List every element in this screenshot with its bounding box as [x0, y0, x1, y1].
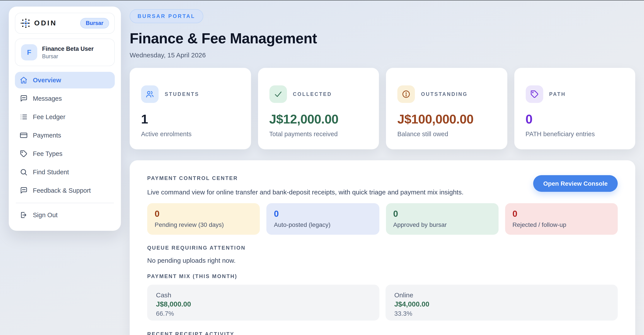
counter-label: Pending review (30 days)	[155, 221, 252, 228]
stat-label: PATH	[549, 91, 566, 97]
search-icon	[20, 168, 28, 176]
stat-cards: STUDENTS 1 Active enrolments COLLECTED J…	[130, 68, 635, 149]
sidebar: ODIN Bursar F Finance Beta User Bursar O…	[9, 6, 121, 231]
sidebar-item-label: Feedback & Support	[33, 187, 91, 194]
list-icon	[20, 113, 28, 121]
user-info: Finance Beta User Bursar	[42, 45, 94, 59]
logo-text: ODIN	[34, 19, 57, 27]
mix-percent: 33.3%	[394, 310, 609, 317]
counter-value: 0	[512, 209, 610, 219]
window-top-edge	[0, 0, 644, 0]
mix-method: Cash	[156, 291, 371, 299]
stat-card-collected: COLLECTED J$12,000.00 Total payments rec…	[258, 68, 379, 149]
sidebar-item-label: Messages	[33, 95, 62, 102]
sidebar-item-fee-ledger[interactable]: Fee Ledger	[15, 109, 115, 125]
sidebar-nav: Overview Messages Fee Ledger Payments Fe…	[15, 72, 115, 199]
counter-pending-review: 0 Pending review (30 days)	[147, 203, 260, 235]
counter-value: 0	[155, 209, 252, 219]
stat-label: STUDENTS	[165, 91, 199, 97]
counter-boxes: 0 Pending review (30 days) 0 Auto-posted…	[147, 203, 618, 235]
stat-label: COLLECTED	[293, 91, 332, 97]
payment-control-center-panel: PAYMENT CONTROL CENTER Live command view…	[130, 160, 635, 335]
logo-card: ODIN Bursar	[15, 13, 115, 34]
credit-card-icon	[20, 131, 28, 139]
stat-value: 1	[141, 112, 240, 127]
payment-mix-row: Cash J$8,000.00 66.7% Online J$4,000.00 …	[147, 285, 618, 321]
stat-label: OUTSTANDING	[421, 91, 468, 97]
stat-sub: Balance still owed	[397, 130, 496, 137]
sign-out-icon	[20, 211, 28, 219]
counter-rejected: 0 Rejected / follow-up	[505, 203, 618, 235]
tag-icon	[526, 85, 543, 103]
open-review-console-button[interactable]: Open Review Console	[533, 175, 618, 192]
user-card: F Finance Beta User Bursar	[15, 38, 115, 66]
sidebar-item-label: Fee Ledger	[33, 113, 65, 120]
main-content: BURSAR PORTAL Finance & Fee Management W…	[130, 0, 635, 335]
portal-badge: BURSAR PORTAL	[130, 9, 203, 23]
sidebar-item-messages[interactable]: Messages	[15, 90, 115, 107]
stat-value: J$100,000.00	[397, 112, 496, 127]
counter-label: Rejected / follow-up	[512, 221, 610, 228]
counter-label: Approved by bursar	[393, 221, 491, 228]
queue-section-title: QUEUE REQUIRING ATTENTION	[147, 245, 618, 251]
sidebar-item-find-student[interactable]: Find Student	[15, 164, 115, 180]
user-role: Bursar	[42, 53, 94, 59]
sidebar-item-fee-types[interactable]: Fee Types	[15, 145, 115, 162]
payment-mix-title: PAYMENT MIX (THIS MONTH)	[147, 273, 618, 279]
sidebar-item-overview[interactable]: Overview	[15, 72, 115, 88]
sidebar-item-payments[interactable]: Payments	[15, 127, 115, 144]
mix-amount: J$8,000.00	[156, 301, 371, 308]
stat-card-outstanding: OUTSTANDING J$100,000.00 Balance still o…	[386, 68, 507, 149]
page: ODIN Bursar F Finance Beta User Bursar O…	[0, 0, 644, 335]
sidebar-divider	[16, 203, 114, 203]
counter-approved: 0 Approved by bursar	[386, 203, 498, 235]
recent-receipt-activity-title: RECENT RECEIPT ACTIVITY	[147, 331, 618, 335]
panel-title: PAYMENT CONTROL CENTER	[147, 175, 464, 181]
chat-icon	[20, 95, 28, 102]
panel-description: Live command view for online transfer an…	[147, 188, 464, 196]
panel-head-text: PAYMENT CONTROL CENTER Live command view…	[147, 175, 464, 196]
check-icon	[269, 85, 287, 103]
counter-value: 0	[393, 209, 491, 219]
sidebar-item-label: Fee Types	[33, 150, 62, 157]
chat-icon	[20, 187, 28, 194]
sidebar-item-feedback-support[interactable]: Feedback & Support	[15, 182, 115, 199]
stat-sub: Total payments received	[269, 130, 368, 137]
sidebar-item-label: Find Student	[33, 169, 69, 176]
user-name: Finance Beta User	[42, 45, 94, 52]
queue-empty-message: No pending uploads right now.	[147, 257, 618, 264]
sidebar-item-label: Payments	[33, 132, 61, 139]
mix-method: Online	[394, 291, 609, 299]
stat-value: 0	[526, 112, 624, 127]
stat-sub: PATH beneficiary entries	[526, 130, 624, 137]
mix-percent: 66.7%	[156, 310, 371, 317]
stat-card-path: PATH 0 PATH beneficiary entries	[514, 68, 635, 149]
page-title: Finance & Fee Management	[130, 30, 635, 47]
alert-icon	[397, 85, 415, 103]
mix-amount: J$4,000.00	[394, 301, 609, 308]
odin-logo-icon	[20, 18, 31, 28]
logo: ODIN	[20, 18, 57, 28]
avatar: F	[21, 44, 37, 60]
sign-out-label: Sign Out	[33, 212, 58, 219]
counter-auto-posted: 0 Auto-posted (legacy)	[266, 203, 380, 235]
stat-sub: Active enrolments	[141, 130, 240, 137]
students-icon	[141, 85, 158, 103]
counter-value: 0	[274, 209, 372, 219]
sidebar-item-label: Overview	[33, 77, 61, 84]
sign-out-button[interactable]: Sign Out	[15, 207, 115, 223]
home-icon	[20, 76, 28, 84]
stat-card-students: STUDENTS 1 Active enrolments	[130, 68, 251, 149]
mix-box-cash: Cash J$8,000.00 66.7%	[147, 285, 380, 321]
counter-label: Auto-posted (legacy)	[274, 221, 372, 228]
stat-value: J$12,000.00	[269, 112, 368, 127]
tag-icon	[20, 150, 28, 158]
role-badge: Bursar	[80, 18, 109, 28]
mix-box-online: Online J$4,000.00 33.3%	[386, 285, 618, 321]
page-date: Wednesday, 15 April 2026	[130, 51, 635, 59]
